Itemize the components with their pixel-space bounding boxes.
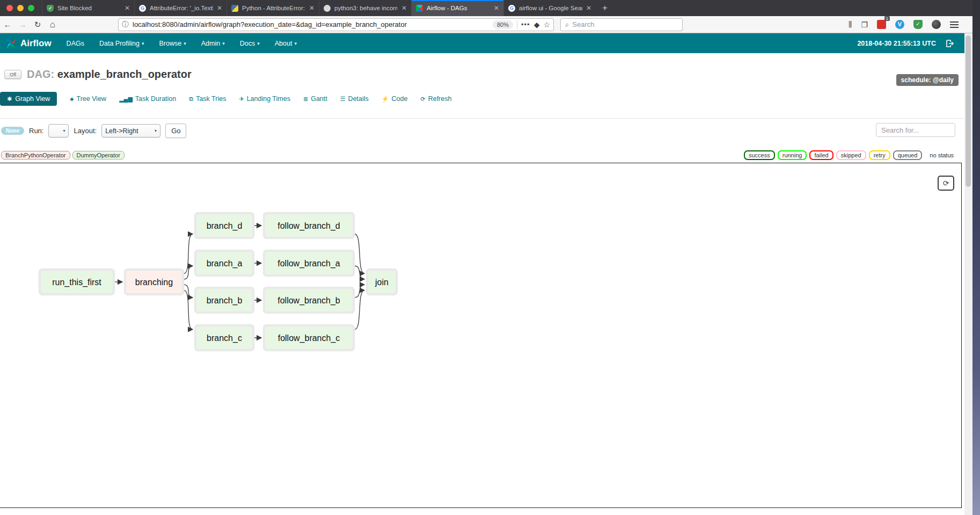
pocket-icon[interactable]: ◆: [534, 20, 540, 29]
close-tab-icon[interactable]: ✕: [217, 4, 222, 12]
task-search-input[interactable]: Search for...: [876, 123, 955, 137]
task-node-join[interactable]: join: [367, 270, 397, 294]
task-node-follow_branch_a[interactable]: follow_branch_a: [264, 251, 354, 275]
go-button[interactable]: Go: [165, 124, 186, 138]
task-node-branch_b[interactable]: branch_b: [195, 288, 253, 313]
browser-tab-2[interactable]: GAttributeError: '_io.TextIOWrapp✕: [134, 0, 226, 16]
library-icon[interactable]: ⫼: [849, 20, 852, 29]
zoom-level-badge[interactable]: 80%: [493, 20, 513, 29]
browser-tab-6[interactable]: Gairflow ui - Google Search✕: [503, 0, 596, 16]
chevron-down-icon: ▾: [222, 41, 225, 46]
operator-legend: BranchPythonOperatorDummyOperator: [1, 151, 125, 159]
tab-task-tries[interactable]: ⧉Task Tries: [189, 95, 226, 103]
run-label: Run:: [29, 127, 43, 135]
task-node-follow_branch_b[interactable]: follow_branch_b: [264, 288, 354, 313]
browser-tab-bar: ✓Site Blocked✕GAttributeError: '_io.Text…: [0, 0, 972, 16]
task-node-run_this_first[interactable]: run_this_first: [40, 270, 114, 294]
nav-item-label: DAGs: [67, 40, 84, 47]
tab-graph-view[interactable]: ✱Graph View: [0, 92, 57, 106]
nav-item-label: Admin: [201, 40, 220, 47]
task-node-branch_a[interactable]: branch_a: [195, 251, 253, 275]
minimize-window-button[interactable]: [17, 5, 24, 11]
tab-gantt[interactable]: ≣Gantt: [303, 95, 327, 103]
graph-canvas[interactable]: run_this_firstbranchingbranch_dbranch_ab…: [0, 163, 962, 508]
tab-task-duration[interactable]: ▂▄▆Task Duration: [119, 95, 176, 103]
extension-red-icon[interactable]: [877, 20, 886, 29]
close-tab-icon[interactable]: ✕: [309, 4, 315, 12]
sidebar-icon[interactable]: ❐: [861, 20, 868, 29]
extension-shield-icon[interactable]: ✓: [913, 20, 923, 29]
nav-item-about[interactable]: About▾: [267, 33, 304, 53]
schedule-badge: schedule: @daily: [896, 74, 959, 86]
browser-toolbar: ← → ↻ ⌂ ⓘ localhost:8080/admin/airflow/g…: [0, 16, 972, 33]
search-icon: ⌕: [565, 20, 569, 29]
refresh-icon: ⟳: [420, 96, 425, 103]
tab-code[interactable]: ⚡Code: [382, 95, 408, 103]
close-tab-icon[interactable]: ✕: [586, 4, 591, 12]
close-tab-icon[interactable]: ✕: [494, 4, 499, 12]
task-node-follow_branch_c[interactable]: follow_branch_c: [264, 325, 354, 350]
divider: [0, 118, 964, 119]
browser-tab-4[interactable]: python3: behave incorrectly mo✕: [319, 0, 411, 16]
extension-blue-icon[interactable]: V: [895, 20, 904, 29]
dag-title-row: Off DAG: example_branch_operator: [4, 68, 192, 81]
new-tab-button[interactable]: +: [596, 0, 614, 16]
nav-item-docs[interactable]: Docs▾: [232, 33, 267, 53]
chevron-down-icon: ▾: [142, 41, 144, 46]
task-node-follow_branch_d[interactable]: follow_branch_d: [264, 213, 354, 238]
dag-graph: run_this_firstbranchingbranch_dbranch_ab…: [0, 163, 961, 507]
forward-icon[interactable]: →: [15, 20, 30, 29]
site-info-icon[interactable]: ⓘ: [122, 20, 129, 30]
desktop-background: [972, 0, 980, 515]
page-scrollbar[interactable]: [964, 33, 972, 515]
logout-icon[interactable]: [946, 39, 954, 48]
scrollbar-thumb[interactable]: [966, 35, 971, 187]
tab-details[interactable]: ☰Details: [340, 95, 369, 103]
browser-tab-3[interactable]: Python - AttributeError: '_io.Te✕: [226, 0, 319, 16]
page-actions-icon[interactable]: •••: [521, 20, 530, 28]
close-tab-icon[interactable]: ✕: [401, 4, 407, 12]
browser-search-field[interactable]: ⌕ Search: [560, 18, 683, 31]
nav-item-browse[interactable]: Browse▾: [152, 33, 194, 53]
url-text[interactable]: localhost:8080/admin/airflow/graph?execu…: [133, 20, 489, 28]
tab-title: AttributeError: '_io.TextIOWrapp: [150, 5, 213, 11]
home-icon[interactable]: ⌂: [45, 19, 60, 30]
run-controls: None Run: ▾ Layout: Left->Right▾ Go: [1, 124, 186, 138]
bookmark-star-icon[interactable]: ☆: [543, 20, 550, 29]
browser-tab-1[interactable]: ✓Site Blocked✕: [42, 0, 134, 16]
tab-tree-view[interactable]: ♣Tree View: [70, 95, 106, 103]
navbar-right: 2018-04-30 21:55:13 UTC: [857, 39, 972, 48]
url-bar[interactable]: ⓘ localhost:8080/admin/airflow/graph?exe…: [118, 18, 554, 31]
task-node-branch_d[interactable]: branch_d: [195, 213, 253, 238]
page-title: DAG: example_branch_operator: [27, 68, 192, 81]
divider: [517, 20, 517, 29]
server-time: 2018-04-30 21:55:13 UTC: [857, 40, 936, 47]
browser-tab-5[interactable]: Airflow - DAGs✕: [411, 0, 503, 16]
nav-item-data-profiling[interactable]: Data Profiling▾: [92, 33, 152, 53]
zoom-window-button[interactable]: [28, 5, 34, 11]
close-tab-icon[interactable]: ✕: [125, 4, 130, 12]
status-legend-success: success: [744, 150, 775, 160]
task-node-label: run_this_first: [52, 278, 101, 287]
graph-refresh-button[interactable]: ⟳: [938, 176, 954, 191]
task-search-placeholder: Search for...: [881, 126, 919, 134]
extension-cookies-icon[interactable]: [932, 20, 941, 29]
reload-icon[interactable]: ↻: [30, 20, 45, 30]
close-window-button[interactable]: [6, 5, 13, 11]
task-node-branch_c[interactable]: branch_c: [195, 325, 253, 350]
layout-select[interactable]: Left->Right▾: [101, 124, 160, 137]
task-node-label: branch_a: [207, 259, 243, 269]
nav-item-dags[interactable]: DAGs: [59, 33, 92, 53]
back-icon[interactable]: ←: [0, 20, 15, 29]
view-tab-label: Landing Times: [247, 95, 290, 103]
dag-pause-toggle[interactable]: Off: [4, 70, 21, 79]
run-select[interactable]: ▾: [48, 124, 69, 137]
menu-icon[interactable]: [950, 21, 959, 28]
nav-item-admin[interactable]: Admin▾: [194, 33, 232, 53]
tab-landing-times[interactable]: ✈Landing Times: [239, 95, 290, 103]
toolbar-right-icons: ⫼ ❐ V ✓: [849, 20, 972, 29]
tab-refresh[interactable]: ⟳Refresh: [420, 95, 451, 103]
airflow-brand[interactable]: Airflow: [0, 38, 59, 49]
airflow-favicon-icon: [416, 5, 423, 12]
task-node-branching[interactable]: branching: [125, 270, 183, 294]
